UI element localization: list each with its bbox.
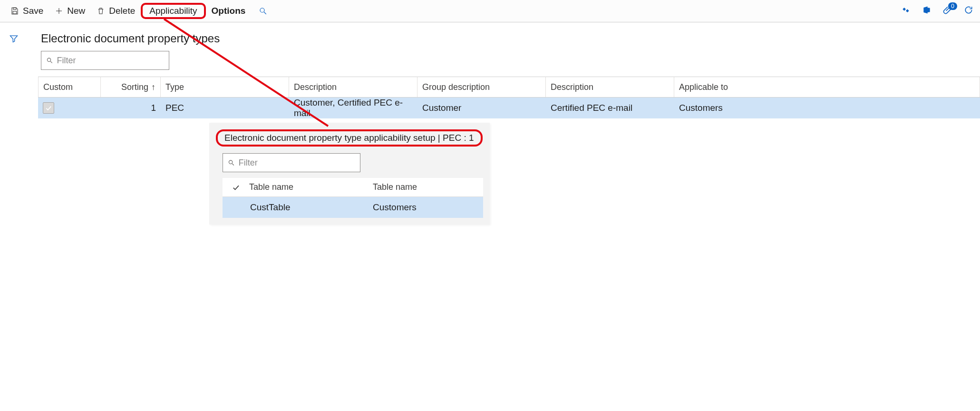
search-icon: [228, 159, 235, 166]
save-label: Save: [23, 6, 43, 16]
search-icon: [259, 7, 267, 15]
popup-filter[interactable]: [223, 153, 360, 172]
cell-description-2[interactable]: Certified PEC e-mail: [546, 98, 674, 118]
check-icon: [232, 183, 240, 192]
popup-cell-table-name-1[interactable]: CustTable: [249, 202, 373, 213]
column-description[interactable]: Description: [289, 77, 417, 97]
column-type[interactable]: Type: [161, 77, 289, 97]
svg-point-6: [47, 58, 50, 61]
plus-icon: [55, 7, 63, 15]
main-content: Electronic document property types Custo…: [38, 22, 980, 118]
main-grid: Custom Sorting ↑ Type Description Group …: [38, 77, 980, 118]
popup-title-highlight: Electronic document property type applic…: [216, 129, 483, 147]
page-title: Electronic document property types: [38, 22, 980, 51]
refresh-icon: [964, 5, 973, 15]
cell-sorting[interactable]: 1: [101, 98, 161, 118]
filter-pane-toggle[interactable]: [9, 34, 19, 411]
open-new-window-button[interactable]: [901, 5, 911, 17]
svg-point-8: [229, 160, 232, 164]
attachments-badge: 0: [948, 2, 957, 10]
table-row[interactable]: CustTable Customers: [223, 197, 483, 218]
popup-cell-table-name-2[interactable]: Customers: [373, 202, 483, 213]
toolbar: Save New Delete Applicability Options 0: [0, 0, 980, 22]
column-custom[interactable]: Custom: [38, 77, 101, 97]
cell-applicable-to[interactable]: Customers: [674, 98, 980, 118]
refresh-button[interactable]: [964, 5, 973, 17]
office-icon: [922, 5, 931, 15]
popup-grid: Table name Table name CustTable Customer…: [223, 178, 483, 218]
svg-line-9: [232, 164, 234, 166]
grid-filter[interactable]: [41, 51, 169, 70]
svg-rect-0: [13, 8, 16, 10]
popup-grid-header: Table name Table name: [223, 178, 483, 197]
diamonds-icon: [901, 5, 911, 15]
row-selector-cell: [38, 98, 101, 118]
popup-title: Electronic document property type applic…: [224, 133, 474, 143]
cell-type[interactable]: PEC: [161, 98, 289, 118]
grid-header: Custom Sorting ↑ Type Description Group …: [38, 77, 980, 98]
options-label: Options: [212, 6, 246, 16]
new-button[interactable]: New: [49, 2, 91, 20]
column-group-description[interactable]: Group description: [417, 77, 546, 97]
toolbar-search-button[interactable]: [251, 7, 275, 15]
options-button[interactable]: Options: [206, 2, 252, 20]
applicability-popup: Electronic document property type applic…: [209, 123, 490, 225]
popup-select-all[interactable]: [223, 183, 249, 192]
column-sorting[interactable]: Sorting ↑: [101, 77, 161, 97]
check-icon: [45, 104, 52, 112]
save-button[interactable]: Save: [5, 2, 49, 20]
column-description-2[interactable]: Description: [546, 77, 674, 97]
table-row[interactable]: 1 PEC Customer, Certified PEC e-mail Cus…: [38, 98, 980, 118]
popup-filter-input[interactable]: [239, 158, 355, 168]
applicability-button[interactable]: Applicability: [141, 3, 205, 19]
svg-point-4: [260, 8, 264, 12]
trash-icon: [97, 7, 105, 15]
svg-rect-1: [13, 11, 17, 14]
save-icon: [10, 7, 19, 15]
toolbar-right: 0: [901, 5, 973, 17]
filter-icon: [9, 34, 19, 43]
cell-description[interactable]: Customer, Certified PEC e-mail: [289, 98, 417, 118]
office-button[interactable]: [922, 5, 931, 17]
cell-group-description[interactable]: Customer: [417, 98, 546, 118]
row-checkbox[interactable]: [43, 102, 54, 114]
delete-button[interactable]: Delete: [91, 2, 141, 20]
svg-line-5: [264, 12, 267, 14]
applicability-label: Applicability: [149, 6, 197, 16]
grid-filter-input[interactable]: [57, 56, 164, 66]
attachments-button[interactable]: 0: [943, 5, 952, 17]
sort-ascending-icon: ↑: [151, 82, 155, 92]
filter-pane: [0, 22, 28, 411]
column-applicable-to[interactable]: Applicable to: [674, 77, 980, 97]
delete-label: Delete: [109, 6, 135, 16]
popup-column-table-name-2[interactable]: Table name: [373, 182, 483, 192]
search-icon: [46, 57, 53, 64]
svg-line-7: [50, 61, 52, 63]
popup-column-table-name-1[interactable]: Table name: [249, 182, 373, 192]
new-label: New: [67, 6, 85, 16]
